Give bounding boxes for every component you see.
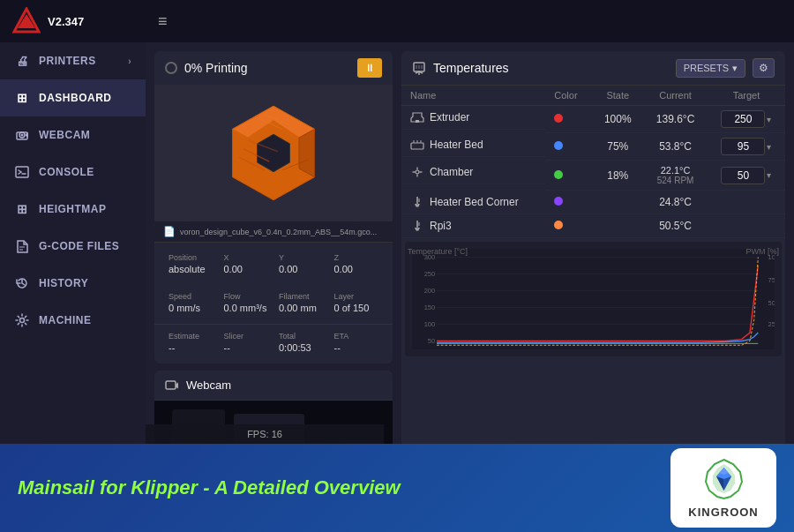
sidebar-item-printers[interactable]: 🖨 PRINTERS › bbox=[0, 42, 146, 79]
rpi-state bbox=[592, 214, 643, 238]
svg-text:50: 50 bbox=[428, 337, 435, 345]
svg-text:25: 25 bbox=[768, 320, 775, 328]
webcam-title-text: Webcam bbox=[186, 378, 231, 392]
table-row: Rpi3 50.5°C bbox=[401, 214, 785, 238]
sidebar-item-heightmap[interactable]: ⊞ HEIGHTMAP bbox=[0, 191, 146, 228]
y-value: 0.00 bbox=[279, 264, 324, 274]
col-color: Color bbox=[545, 86, 592, 106]
thermometer-icon-2 bbox=[410, 219, 424, 233]
gcode-icon bbox=[14, 238, 30, 254]
x-value: 0.00 bbox=[224, 264, 269, 274]
layer-stat: Layer 0 of 150 bbox=[329, 288, 385, 317]
print-status-text: 0% Printing bbox=[184, 61, 350, 75]
presets-label: PRESETS bbox=[684, 63, 729, 73]
hamburger-button[interactable]: ≡ bbox=[158, 12, 168, 31]
svg-marker-13 bbox=[299, 129, 314, 176]
position-label-group: Position absolute bbox=[163, 250, 219, 278]
temperatures-table: Name Color State Current Target bbox=[401, 86, 785, 238]
extruder-target-input[interactable] bbox=[721, 110, 765, 128]
sidebar-item-webcam[interactable]: WEBCAM bbox=[0, 116, 146, 154]
extruder-dropdown-icon[interactable]: ▾ bbox=[767, 115, 771, 124]
total-value: 0:00:53 bbox=[279, 342, 324, 353]
svg-rect-21 bbox=[166, 381, 176, 389]
svg-text:200: 200 bbox=[424, 287, 435, 295]
heater-bed-target-input[interactable] bbox=[721, 138, 765, 155]
svg-text:150: 150 bbox=[424, 303, 435, 311]
thermometer-icon-1 bbox=[410, 195, 424, 209]
pause-button[interactable]: ⏸ bbox=[357, 58, 382, 78]
heater-bed-dropdown-icon[interactable]: ▾ bbox=[767, 142, 771, 152]
app-container: V2.347 🖨 PRINTERS › ⊞ DASHBOARD bbox=[0, 0, 794, 532]
heater-bed-icon bbox=[410, 138, 424, 152]
col-name: Name bbox=[401, 86, 545, 106]
temp-header: Temperatures PRESETS ▾ ⚙ bbox=[401, 51, 785, 86]
svg-rect-43 bbox=[412, 249, 775, 349]
sidebar-item-machine[interactable]: MACHINE bbox=[0, 302, 146, 339]
chamber-target[interactable]: ▾ bbox=[708, 161, 785, 191]
extruder-target[interactable]: ▾ bbox=[708, 106, 785, 133]
print-preview bbox=[154, 85, 393, 221]
estimate-stats: Estimate -- Slicer -- Total 0:00:53 ET bbox=[154, 324, 393, 363]
extruder-icon bbox=[410, 110, 424, 124]
chamber-dot bbox=[554, 170, 563, 179]
estimate-label: Estimate bbox=[169, 332, 213, 341]
hb-corner-color bbox=[545, 191, 592, 214]
svg-text:50: 50 bbox=[768, 299, 775, 307]
heater-bed-current: 53.8°C bbox=[643, 133, 708, 161]
col-state: State bbox=[592, 86, 643, 106]
col-target: Target bbox=[708, 86, 785, 106]
slicer-value: -- bbox=[224, 342, 269, 353]
hb-corner-name: Heater Bed Corner bbox=[401, 191, 545, 214]
svg-text:100: 100 bbox=[424, 320, 435, 328]
sidebar-label-webcam: WEBCAM bbox=[39, 129, 90, 141]
hb-corner-current: 24.8°C bbox=[643, 191, 708, 214]
sidebar-item-dashboard[interactable]: ⊞ DASHBOARD bbox=[0, 79, 146, 116]
heater-bed-state: 75% bbox=[592, 133, 643, 161]
table-row: Chamber 18% 22.1°C 524 RPM bbox=[401, 161, 785, 191]
svg-point-37 bbox=[416, 204, 419, 207]
speed-stats: Speed 0 mm/s Flow 0.0 mm³/s Filament 0.0… bbox=[154, 285, 393, 324]
rpi-color bbox=[545, 214, 592, 238]
y-stat: Y 0.00 bbox=[273, 250, 329, 278]
col-current: Current bbox=[643, 86, 708, 106]
webcam-header: Webcam bbox=[154, 371, 393, 401]
heater-bed-name: Heater Bed bbox=[401, 133, 545, 157]
position-stats: Position absolute X 0.00 Y 0.00 Z bbox=[154, 242, 393, 285]
fan-icon bbox=[410, 165, 424, 179]
print-status-card: 0% Printing ⏸ bbox=[154, 51, 393, 363]
settings-button[interactable]: ⚙ bbox=[753, 58, 775, 78]
file-icon: 📄 bbox=[163, 226, 176, 237]
chamber-dropdown-icon[interactable]: ▾ bbox=[767, 170, 771, 180]
speed-label: Speed bbox=[169, 292, 213, 301]
chamber-color bbox=[545, 161, 592, 191]
sidebar-item-console[interactable]: CONSOLE bbox=[0, 154, 146, 191]
heightmap-icon: ⊞ bbox=[14, 201, 30, 217]
sidebar-label-gcode: G-CODE FILES bbox=[39, 240, 119, 252]
presets-arrow: ▾ bbox=[732, 63, 738, 74]
z-label: Z bbox=[334, 253, 379, 262]
sidebar-item-history[interactable]: HISTORY bbox=[0, 265, 146, 302]
estimate-stat: Estimate -- bbox=[163, 328, 219, 356]
filament-label: Filament bbox=[279, 292, 324, 301]
machine-icon bbox=[14, 312, 30, 328]
file-name-bar: 📄 voron_design_cube_v6_0.4n_0.2mm_ABS__5… bbox=[154, 221, 393, 242]
extruder-current: 139.6°C bbox=[643, 106, 708, 133]
z-stat: Z 0.00 bbox=[329, 250, 385, 278]
sidebar-label-history: HISTORY bbox=[39, 277, 88, 289]
svg-text:250: 250 bbox=[424, 270, 435, 278]
print-header: 0% Printing ⏸ bbox=[154, 51, 393, 85]
sidebar-item-gcode[interactable]: G-CODE FILES bbox=[0, 228, 146, 265]
sidebar-label-dashboard: DASHBOARD bbox=[39, 92, 112, 104]
eta-stat: ETA -- bbox=[329, 328, 385, 356]
chamber-target-input[interactable] bbox=[721, 167, 765, 184]
table-row: Heater Bed 75% 53.8°C ▾ bbox=[401, 133, 785, 161]
sidebar-label-console: CONSOLE bbox=[39, 166, 94, 178]
kingroon-logo: KINGROON bbox=[670, 448, 776, 528]
rpi-name: Rpi3 bbox=[401, 214, 545, 238]
heater-bed-target[interactable]: ▾ bbox=[708, 133, 785, 161]
version-label: V2.347 bbox=[48, 15, 84, 28]
eta-value: -- bbox=[334, 342, 379, 353]
sidebar-label-heightmap: HEIGHTMAP bbox=[39, 203, 107, 215]
flow-value: 0.0 mm³/s bbox=[224, 303, 269, 313]
presets-button[interactable]: PRESETS ▾ bbox=[676, 59, 745, 78]
